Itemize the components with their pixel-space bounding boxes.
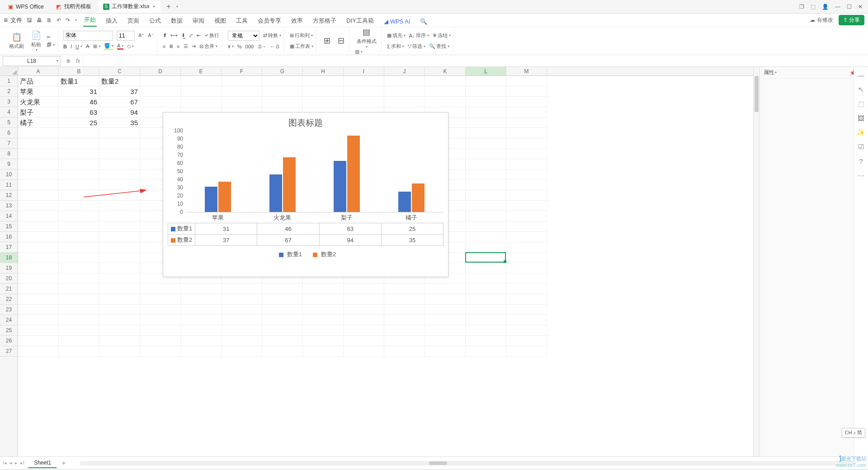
fx-cancel-icon[interactable]: ⊗ [63,58,73,64]
sum-button[interactable]: Σ 求和▾ [387,43,404,50]
cut-icon[interactable]: ✂ [47,34,55,40]
save-icon[interactable]: 🖫 [27,17,32,24]
wrap-text-button[interactable]: ⤶ 换行 [204,32,219,39]
document-tab[interactable]: S 工作簿数量.xlsx • [98,1,160,13]
font-select[interactable] [63,31,113,41]
fill-button[interactable]: ▦ 填充▾ [387,32,406,39]
window-restore-icon[interactable]: ❐ [799,4,804,10]
indent-inc-icon[interactable]: ⇥ [192,43,196,49]
paste-button[interactable]: 📄粘贴▾ [29,30,43,52]
row-headers[interactable]: 1234567891011121314151617181920212223242… [0,76,18,456]
wps-ai-button[interactable]: ◢ WPS AI [383,16,411,27]
tab-formula[interactable]: 公式 [148,15,162,27]
cube-icon[interactable]: ⬚ [811,4,816,10]
font-size-select[interactable] [117,31,135,41]
formula-input[interactable] [83,56,745,66]
search-icon[interactable]: 🔍 [419,16,428,27]
rail-help-icon[interactable]: ? [859,157,863,165]
bold-icon[interactable]: B [63,44,67,49]
vertical-scrollbar[interactable] [753,67,760,456]
indent-dec-icon[interactable]: ⇤ [197,33,201,38]
rail-assets-icon[interactable]: 🖼 [858,114,864,122]
redo-icon[interactable]: ↷ [66,17,70,24]
spreadsheet-grid[interactable]: ABCDEFGHIJKLM 12345678910111213141516171… [0,67,760,456]
align-middle-icon[interactable]: ⟷ [170,33,178,38]
chart-legend[interactable]: 数量1数量2 [163,246,448,263]
filter-button[interactable]: ▽ 筛选▾ [408,43,425,50]
window-close-icon[interactable]: ✕ [858,4,863,10]
inc-decimal-icon[interactable]: .0→ [257,44,266,49]
rail-collapse-icon[interactable]: — [858,71,864,79]
undo-icon[interactable]: ↶ [57,17,61,24]
merge-button[interactable]: ⊟ 合并▾ [199,43,217,50]
format-painter-button[interactable]: 📋格式刷 [7,32,26,50]
window-minimize-icon[interactable]: — [835,4,840,10]
chart-plot-area[interactable]: 0102030405060708090100 [186,131,443,212]
sort-button[interactable]: A↓ 排序▾ [409,32,429,39]
select-all-corner[interactable] [0,67,18,76]
tab-tools[interactable]: 工具 [235,15,249,27]
tab-view[interactable]: 视图 [213,15,227,27]
tab-diy[interactable]: DIY工具箱 [345,15,375,27]
sheet-next-icon[interactable]: ▸ [15,460,18,466]
clear-format-icon[interactable]: ◇▾ [127,43,134,49]
window-maximize-icon[interactable]: ☐ [847,4,852,10]
italic-icon[interactable]: I [71,44,72,49]
align-top-icon[interactable]: ⬆̄ [163,33,167,38]
increase-font-icon[interactable]: A⁺ [138,33,144,38]
tab-member[interactable]: 会员专享 [257,15,282,27]
avatar-icon[interactable]: 👤 [822,4,829,10]
cloud-modify-indicator[interactable]: ☁ 有修改 [810,16,833,24]
align-right-icon[interactable]: ≡ [177,44,179,49]
tab-efficiency[interactable]: 效率 [290,15,304,27]
border-icon[interactable]: ⊞▾ [93,43,100,49]
underline-icon[interactable]: U▾ [75,44,82,49]
print-icon[interactable]: 🖶 [37,17,42,24]
copy-icon[interactable]: 🗐▾ [47,42,55,47]
rail-review-icon[interactable]: ☑ [858,143,864,151]
percent-icon[interactable]: % [237,44,242,49]
tab-data[interactable]: 数据 [170,15,184,27]
rowcol-button[interactable]: ⊞ 行和列▾ [290,32,313,39]
tab-page[interactable]: 页面 [127,15,140,27]
font-color-icon[interactable]: A▾ [117,43,123,50]
column-headers[interactable]: ABCDEFGHIJKLM [18,67,753,76]
rail-more-icon[interactable]: ⋯ [858,171,864,179]
delete-cells-icon[interactable]: ⊟ [336,36,346,47]
fx-icon[interactable]: fx [73,58,83,64]
align-left-icon[interactable]: ≡ [163,44,165,49]
add-sheet-button[interactable]: ＋ [57,459,71,467]
qat-dropdown[interactable]: ▾ [75,18,77,22]
strike-icon[interactable]: A̶ [86,43,90,49]
justify-icon[interactable]: ☰ [184,43,188,49]
decrease-font-icon[interactable]: A⁻ [148,33,154,38]
rail-effects-icon[interactable]: ✨ [857,128,865,136]
template-tab[interactable]: ◩ 找稻壳模板 [50,1,97,13]
orientation-icon[interactable]: ⤢ [189,33,193,38]
chart-title[interactable]: 图表标题 [163,113,448,131]
tab-home[interactable]: 开始 [83,14,97,27]
cell-style-icon[interactable]: ▥▾ [355,49,378,55]
horizontal-scrollbar[interactable] [80,461,856,465]
rail-style-icon[interactable]: ⬚ [858,100,864,108]
freeze-button[interactable]: ❄ 冻结▾ [433,32,451,39]
tab-insert[interactable]: 插入 [105,15,118,27]
sheet-last-icon[interactable]: ▸I [20,460,24,466]
sheet-first-icon[interactable]: I◂ [3,460,7,466]
name-box[interactable]: L18▾ [3,56,61,66]
chart-object[interactable]: 图表标题 0102030405060708090100 苹果火龙果梨子橘子 数量… [163,112,448,277]
rail-select-icon[interactable]: ↖ [858,85,864,94]
hamburger-icon[interactable]: ≡ [4,16,8,24]
sheet-prev-icon[interactable]: ◂ [9,460,12,466]
find-button[interactable]: 🔍 查找▾ [429,43,449,50]
number-format-select[interactable]: 常规 [228,31,259,41]
tab-review[interactable]: 审阅 [192,15,205,27]
sheet-tab[interactable]: Sheet1 [28,458,57,468]
fill-color-icon[interactable]: 🪣▾ [104,43,113,50]
ime-indicator[interactable]: CH ♪ 简 [842,428,866,437]
worksheet-button[interactable]: ▦ 工作表▾ [290,43,313,50]
dec-decimal-icon[interactable]: ←.0 [270,44,279,49]
convert-button[interactable]: ⇄ 转换▾ [263,32,281,39]
align-center-icon[interactable]: ≣ [169,43,173,49]
print-preview-icon[interactable]: 🗎 [47,17,52,24]
